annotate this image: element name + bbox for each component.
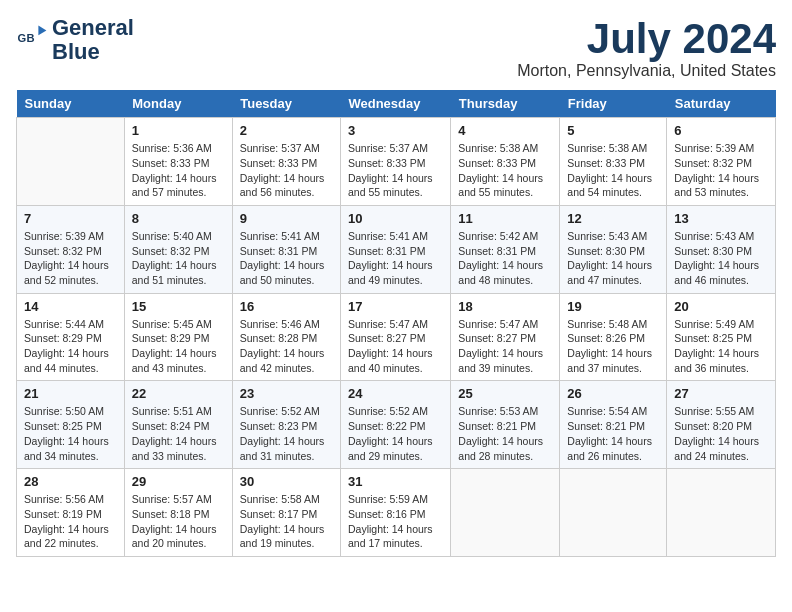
day-info: Sunrise: 5:54 AMSunset: 8:21 PMDaylight:… [567, 404, 659, 463]
day-info: Sunrise: 5:52 AMSunset: 8:23 PMDaylight:… [240, 404, 333, 463]
day-number: 14 [24, 299, 117, 314]
calendar-cell: 20Sunrise: 5:49 AMSunset: 8:25 PMDayligh… [667, 293, 776, 381]
calendar-cell: 3Sunrise: 5:37 AMSunset: 8:33 PMDaylight… [340, 118, 450, 206]
calendar-cell: 30Sunrise: 5:58 AMSunset: 8:17 PMDayligh… [232, 469, 340, 557]
day-number: 9 [240, 211, 333, 226]
day-number: 31 [348, 474, 443, 489]
calendar-cell: 8Sunrise: 5:40 AMSunset: 8:32 PMDaylight… [124, 205, 232, 293]
calendar-cell: 5Sunrise: 5:38 AMSunset: 8:33 PMDaylight… [560, 118, 667, 206]
calendar-cell [560, 469, 667, 557]
calendar-cell: 29Sunrise: 5:57 AMSunset: 8:18 PMDayligh… [124, 469, 232, 557]
day-number: 12 [567, 211, 659, 226]
day-number: 13 [674, 211, 768, 226]
day-info: Sunrise: 5:59 AMSunset: 8:16 PMDaylight:… [348, 492, 443, 551]
day-number: 2 [240, 123, 333, 138]
day-number: 4 [458, 123, 552, 138]
day-info: Sunrise: 5:56 AMSunset: 8:19 PMDaylight:… [24, 492, 117, 551]
logo-icon: G B [16, 24, 48, 56]
month-title: July 2024 [517, 16, 776, 62]
day-number: 6 [674, 123, 768, 138]
logo: G B General Blue [16, 16, 134, 64]
day-info: Sunrise: 5:41 AMSunset: 8:31 PMDaylight:… [348, 229, 443, 288]
calendar-cell: 22Sunrise: 5:51 AMSunset: 8:24 PMDayligh… [124, 381, 232, 469]
week-row-0: 1Sunrise: 5:36 AMSunset: 8:33 PMDaylight… [17, 118, 776, 206]
calendar-cell: 2Sunrise: 5:37 AMSunset: 8:33 PMDaylight… [232, 118, 340, 206]
calendar-cell: 17Sunrise: 5:47 AMSunset: 8:27 PMDayligh… [340, 293, 450, 381]
calendar-cell [17, 118, 125, 206]
calendar-cell: 23Sunrise: 5:52 AMSunset: 8:23 PMDayligh… [232, 381, 340, 469]
day-info: Sunrise: 5:39 AMSunset: 8:32 PMDaylight:… [24, 229, 117, 288]
day-info: Sunrise: 5:42 AMSunset: 8:31 PMDaylight:… [458, 229, 552, 288]
calendar-cell: 7Sunrise: 5:39 AMSunset: 8:32 PMDaylight… [17, 205, 125, 293]
svg-marker-3 [38, 26, 46, 36]
day-info: Sunrise: 5:39 AMSunset: 8:32 PMDaylight:… [674, 141, 768, 200]
day-info: Sunrise: 5:55 AMSunset: 8:20 PMDaylight:… [674, 404, 768, 463]
calendar-cell [451, 469, 560, 557]
location: Morton, Pennsylvania, United States [517, 62, 776, 80]
calendar-cell: 24Sunrise: 5:52 AMSunset: 8:22 PMDayligh… [340, 381, 450, 469]
weekday-header-thursday: Thursday [451, 90, 560, 118]
day-info: Sunrise: 5:46 AMSunset: 8:28 PMDaylight:… [240, 317, 333, 376]
day-number: 5 [567, 123, 659, 138]
day-info: Sunrise: 5:38 AMSunset: 8:33 PMDaylight:… [567, 141, 659, 200]
day-number: 30 [240, 474, 333, 489]
calendar-cell: 27Sunrise: 5:55 AMSunset: 8:20 PMDayligh… [667, 381, 776, 469]
week-row-1: 7Sunrise: 5:39 AMSunset: 8:32 PMDaylight… [17, 205, 776, 293]
day-number: 19 [567, 299, 659, 314]
day-info: Sunrise: 5:43 AMSunset: 8:30 PMDaylight:… [674, 229, 768, 288]
day-info: Sunrise: 5:37 AMSunset: 8:33 PMDaylight:… [348, 141, 443, 200]
day-number: 7 [24, 211, 117, 226]
weekday-header-saturday: Saturday [667, 90, 776, 118]
day-info: Sunrise: 5:44 AMSunset: 8:29 PMDaylight:… [24, 317, 117, 376]
calendar-cell [667, 469, 776, 557]
day-info: Sunrise: 5:45 AMSunset: 8:29 PMDaylight:… [132, 317, 225, 376]
calendar-cell: 31Sunrise: 5:59 AMSunset: 8:16 PMDayligh… [340, 469, 450, 557]
day-number: 21 [24, 386, 117, 401]
day-info: Sunrise: 5:47 AMSunset: 8:27 PMDaylight:… [458, 317, 552, 376]
day-info: Sunrise: 5:41 AMSunset: 8:31 PMDaylight:… [240, 229, 333, 288]
day-number: 28 [24, 474, 117, 489]
day-info: Sunrise: 5:38 AMSunset: 8:33 PMDaylight:… [458, 141, 552, 200]
calendar-cell: 13Sunrise: 5:43 AMSunset: 8:30 PMDayligh… [667, 205, 776, 293]
day-number: 26 [567, 386, 659, 401]
day-info: Sunrise: 5:36 AMSunset: 8:33 PMDaylight:… [132, 141, 225, 200]
day-number: 18 [458, 299, 552, 314]
day-info: Sunrise: 5:52 AMSunset: 8:22 PMDaylight:… [348, 404, 443, 463]
day-number: 1 [132, 123, 225, 138]
calendar-cell: 25Sunrise: 5:53 AMSunset: 8:21 PMDayligh… [451, 381, 560, 469]
day-info: Sunrise: 5:53 AMSunset: 8:21 PMDaylight:… [458, 404, 552, 463]
logo-line1: General [52, 15, 134, 40]
calendar-cell: 11Sunrise: 5:42 AMSunset: 8:31 PMDayligh… [451, 205, 560, 293]
day-number: 29 [132, 474, 225, 489]
svg-text:B: B [26, 32, 34, 44]
calendar-cell: 28Sunrise: 5:56 AMSunset: 8:19 PMDayligh… [17, 469, 125, 557]
calendar-cell: 12Sunrise: 5:43 AMSunset: 8:30 PMDayligh… [560, 205, 667, 293]
week-row-3: 21Sunrise: 5:50 AMSunset: 8:25 PMDayligh… [17, 381, 776, 469]
calendar-table: SundayMondayTuesdayWednesdayThursdayFrid… [16, 90, 776, 557]
weekday-header-wednesday: Wednesday [340, 90, 450, 118]
calendar-cell: 15Sunrise: 5:45 AMSunset: 8:29 PMDayligh… [124, 293, 232, 381]
weekday-header-monday: Monday [124, 90, 232, 118]
header: G B General Blue July 2024 Morton, Penns… [16, 16, 776, 80]
weekday-header-tuesday: Tuesday [232, 90, 340, 118]
day-number: 17 [348, 299, 443, 314]
day-info: Sunrise: 5:48 AMSunset: 8:26 PMDaylight:… [567, 317, 659, 376]
calendar-cell: 9Sunrise: 5:41 AMSunset: 8:31 PMDaylight… [232, 205, 340, 293]
day-info: Sunrise: 5:49 AMSunset: 8:25 PMDaylight:… [674, 317, 768, 376]
day-info: Sunrise: 5:37 AMSunset: 8:33 PMDaylight:… [240, 141, 333, 200]
week-row-2: 14Sunrise: 5:44 AMSunset: 8:29 PMDayligh… [17, 293, 776, 381]
day-info: Sunrise: 5:47 AMSunset: 8:27 PMDaylight:… [348, 317, 443, 376]
day-number: 25 [458, 386, 552, 401]
day-number: 10 [348, 211, 443, 226]
day-number: 20 [674, 299, 768, 314]
calendar-cell: 16Sunrise: 5:46 AMSunset: 8:28 PMDayligh… [232, 293, 340, 381]
day-info: Sunrise: 5:40 AMSunset: 8:32 PMDaylight:… [132, 229, 225, 288]
day-number: 22 [132, 386, 225, 401]
calendar-cell: 6Sunrise: 5:39 AMSunset: 8:32 PMDaylight… [667, 118, 776, 206]
calendar-cell: 4Sunrise: 5:38 AMSunset: 8:33 PMDaylight… [451, 118, 560, 206]
weekday-header-sunday: Sunday [17, 90, 125, 118]
calendar-cell: 18Sunrise: 5:47 AMSunset: 8:27 PMDayligh… [451, 293, 560, 381]
weekday-header-friday: Friday [560, 90, 667, 118]
weekday-header-row: SundayMondayTuesdayWednesdayThursdayFrid… [17, 90, 776, 118]
calendar-cell: 26Sunrise: 5:54 AMSunset: 8:21 PMDayligh… [560, 381, 667, 469]
